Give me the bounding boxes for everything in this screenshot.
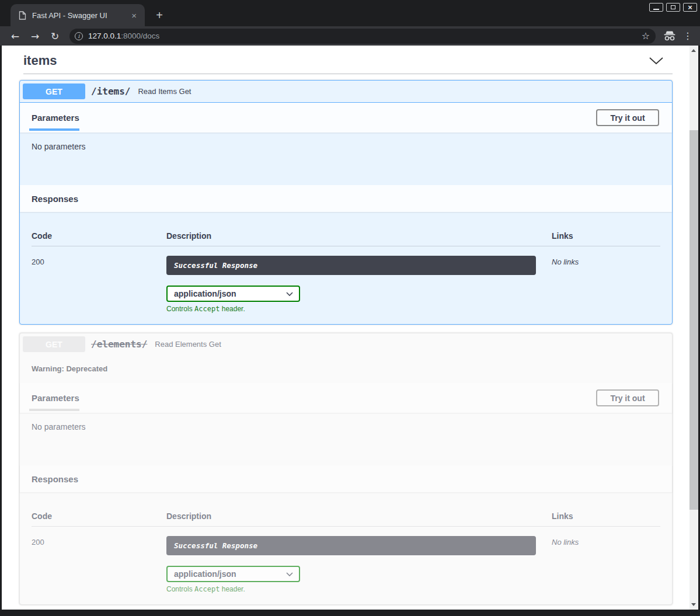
responses-body: Code Description Links 200 Successful Re… [20,492,672,604]
scrollbar-thumb[interactable] [689,130,698,510]
browser-menu-icon[interactable]: ⋮ [683,30,692,41]
accept-header-note: Controls Accept header. [166,585,552,593]
responses-section-header: Responses [20,185,672,212]
col-description: Description [166,231,552,241]
page-favicon-icon [19,11,26,20]
no-parameters-text: No parameters [32,422,86,431]
endpoint-summary: Read Elements Get [155,340,221,349]
try-it-out-button[interactable]: Try it out [596,109,659,126]
tag-title: items [23,53,57,68]
media-type-select[interactable]: application/json [166,566,300,582]
scrollbar-up-arrow-icon[interactable] [691,49,696,52]
section-divider [23,74,673,74]
col-code: Code [32,511,166,521]
back-icon[interactable]: ← [8,30,22,42]
col-links: Links [552,511,660,521]
parameters-tab: Parameters [32,113,79,123]
chevron-down-icon[interactable] [649,57,664,65]
endpoint-path: /items/ [91,86,130,97]
response-code: 200 [32,256,166,313]
forward-icon[interactable]: → [28,30,42,42]
no-parameters-text: No parameters [32,142,86,151]
close-button[interactable]: × [683,3,697,12]
parameters-section-header: Parameters Try it out [20,383,672,413]
opblock-summary[interactable]: GET /elements/ Read Elements Get [20,333,672,355]
responses-section-header: Responses [20,465,672,492]
col-code: Code [32,231,166,241]
endpoint-summary: Read Items Get [138,87,191,96]
response-code: 200 [32,536,166,593]
tab-title: Fast API - Swagger UI [32,11,129,20]
select-chevron-icon [286,292,293,296]
media-type-select[interactable]: application/json [166,286,300,302]
response-description-cell: Successful Response application/json Con… [166,256,552,313]
tab-close-icon[interactable]: × [129,11,139,20]
reload-icon[interactable]: ↻ [48,30,62,42]
response-row: 200 Successful Response application/json… [32,536,660,593]
tag-section-header[interactable]: items [2,46,689,68]
window-controls: × [649,3,697,12]
maximize-icon [671,5,675,9]
opblock-summary[interactable]: GET /items/ Read Items Get [20,81,672,103]
response-description-bar: Successful Response [166,256,536,275]
responses-title: Responses [32,474,78,484]
browser-titlebar: Fast API - Swagger UI × + × [0,0,700,26]
page-scrollbar[interactable] [689,46,698,610]
site-info-icon[interactable]: i [75,32,83,40]
browser-toolbar: ← → ↻ i 127.0.0.1:8000/docs ☆ ⋮ [0,26,700,46]
response-description-bar: Successful Response [166,536,536,555]
minimize-icon [653,9,659,10]
bookmark-star-icon[interactable]: ☆ [642,30,650,41]
page-content: items GET /items/ Read Items Get Paramet… [2,46,689,605]
parameters-tab-underline [29,409,79,411]
responses-body: Code Description Links 200 Successful Re… [20,212,672,324]
responses-title: Responses [32,194,78,204]
url-text: 127.0.0.1:8000/docs [88,32,159,40]
opblock-get-items: GET /items/ Read Items Get Parameters Tr… [19,80,673,325]
close-icon: × [688,4,692,11]
maximize-button[interactable] [666,3,680,12]
col-description: Description [166,511,552,521]
response-row: 200 Successful Response application/json… [32,256,660,313]
media-type-value: application/json [174,289,236,298]
opblock-get-elements-deprecated: GET /elements/ Read Elements Get Warning… [19,333,673,605]
incognito-icon[interactable] [663,31,677,41]
parameters-body: No parameters [20,413,672,465]
parameters-tab-underline [29,128,79,131]
parameters-tab: Parameters [32,393,79,403]
scrollbar-down-arrow-icon[interactable] [691,603,696,606]
media-type-value: application/json [174,569,236,579]
response-links: No links [552,536,660,593]
response-description-cell: Successful Response application/json Con… [166,536,552,593]
parameters-section-header: Parameters Try it out [20,103,672,133]
method-badge: GET [23,336,85,352]
url-host: 127.0.0.1 [88,32,121,40]
deprecated-warning: Warning: Deprecated [20,355,672,383]
url-bar[interactable]: i 127.0.0.1:8000/docs ☆ [69,29,656,44]
swagger-page: items GET /items/ Read Items Get Paramet… [2,46,698,610]
try-it-out-button[interactable]: Try it out [596,389,659,406]
select-chevron-icon [286,572,293,576]
method-badge: GET [23,83,85,99]
response-links: No links [552,256,660,313]
parameters-body: No parameters [20,133,672,185]
new-tab-button[interactable]: + [152,8,167,23]
col-links: Links [552,231,660,241]
endpoint-path: /elements/ [91,339,147,350]
responses-table-header: Code Description Links [32,511,660,527]
url-path: :8000/docs [121,32,159,40]
accept-header-note: Controls Accept header. [166,305,552,313]
responses-table-header: Code Description Links [32,231,660,246]
minimize-button[interactable] [649,3,663,12]
browser-tab[interactable]: Fast API - Swagger UI × [11,4,145,26]
